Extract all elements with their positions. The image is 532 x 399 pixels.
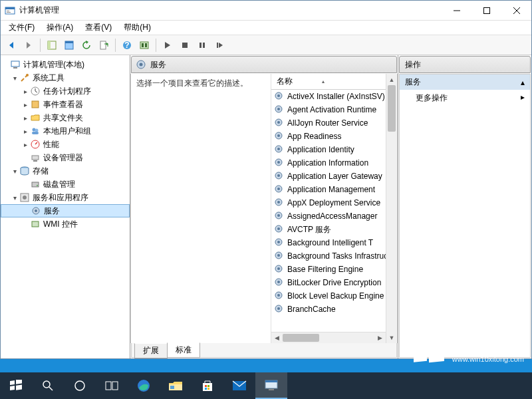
maximize-button[interactable] (471, 1, 501, 21)
service-row[interactable]: Application Information (271, 156, 386, 170)
list-body[interactable]: ActiveX Installer (AxInstSV)Agent Activa… (271, 90, 386, 332)
tree-label: WMI 控件 (43, 219, 78, 230)
svg-point-39 (35, 209, 37, 212)
service-row[interactable]: ActiveX Installer (AxInstSV) (271, 90, 386, 103)
window-buttons (442, 1, 531, 21)
tree-item-shared-folders[interactable]: ▸共享文件夹 (1, 111, 130, 124)
service-name: Application Layer Gateway (287, 172, 382, 181)
tools-icon (19, 72, 30, 83)
taskbar-edge[interactable] (128, 372, 160, 399)
start-button[interactable] (160, 37, 176, 53)
service-row[interactable]: Agent Activation Runtime (271, 103, 386, 116)
properties-button[interactable] (61, 37, 77, 53)
scroll-up-icon[interactable]: ▲ (386, 74, 397, 85)
service-row[interactable]: Base Filtering Engine (271, 263, 386, 276)
service-row[interactable]: Application Layer Gateway (271, 170, 386, 183)
tab-extended[interactable]: 扩展 (134, 343, 168, 358)
service-row[interactable]: BranchCache (271, 303, 386, 316)
minimize-button[interactable] (442, 1, 471, 21)
taskbar-mail[interactable] (223, 372, 255, 399)
tree-item-disk-management[interactable]: 磁盘管理 (1, 178, 130, 191)
menu-view[interactable]: 查看(V) (80, 21, 117, 35)
tree-item-performance[interactable]: ▸性能 (1, 138, 130, 151)
watermark: Win10之家 www.win10xitong.com (412, 332, 524, 366)
scroll-thumb[interactable] (283, 334, 319, 342)
scroll-left-icon[interactable]: ◀ (271, 334, 283, 341)
stop-button[interactable] (177, 37, 193, 53)
scroll-down-icon[interactable]: ▼ (386, 332, 397, 343)
refresh-button[interactable] (78, 37, 94, 53)
taskbar-mmc[interactable] (255, 372, 287, 399)
menu-file[interactable]: 文件(F) (3, 21, 40, 35)
chevron-right-icon[interactable]: ▸ (21, 101, 30, 108)
pause-button[interactable] (194, 37, 210, 53)
svg-rect-12 (100, 41, 106, 49)
chevron-down-icon[interactable]: ▾ (10, 168, 19, 175)
tree-item-device-manager[interactable]: 设备管理器 (1, 151, 130, 164)
restart-button[interactable] (211, 37, 227, 53)
svg-rect-15 (140, 42, 148, 49)
close-button[interactable] (501, 1, 531, 21)
horizontal-scrollbar[interactable]: ◀ ▶ (271, 332, 386, 343)
svg-line-86 (49, 387, 53, 390)
actions-header: 操作 (399, 56, 531, 73)
scroll-thumb[interactable] (388, 85, 396, 132)
tree-pane[interactable]: 计算机管理(本地) ▾ 系统工具 ▸任务计划程序 ▸事件查看器 ▸共享文件夹 ▸… (1, 55, 130, 358)
service-name: AVCTP 服务 (287, 224, 331, 235)
svg-point-72 (277, 281, 280, 283)
chevron-right-icon[interactable]: ▸ (21, 128, 30, 135)
service-row[interactable]: Application Identity (271, 143, 386, 156)
start-menu-button[interactable] (0, 372, 32, 399)
service-row[interactable]: BitLocker Drive Encryption (271, 276, 386, 289)
tree-item-task-scheduler[interactable]: ▸任务计划程序 (1, 84, 130, 98)
chevron-right-icon[interactable]: ▸ (21, 88, 30, 95)
vertical-scrollbar[interactable]: ▲ ▼ (386, 74, 397, 343)
watermark-brand: Win10之家 (452, 336, 501, 354)
service-row[interactable]: AllJoyn Router Service (271, 116, 386, 130)
show-hide-tree-button[interactable] (44, 37, 60, 53)
watermark-text: Win10之家 www.win10xitong.com (452, 336, 524, 363)
menu-help[interactable]: 帮助(H) (118, 21, 156, 35)
tree-group-services-apps[interactable]: ▾ 服务和应用程序 (1, 191, 130, 204)
taskbar-store[interactable] (192, 372, 223, 399)
gear-icon (274, 91, 285, 102)
mid-content: 选择一个项目来查看它的描述。 名称 ▴ ActiveX Installer (A… (130, 74, 398, 343)
service-row[interactable]: App Readiness (271, 130, 386, 143)
menu-action[interactable]: 操作(A) (41, 21, 78, 35)
actions-section[interactable]: 服务 ▴ (400, 74, 530, 90)
scroll-right-icon[interactable]: ▶ (374, 334, 386, 341)
service-name: Block Level Backup Engine (287, 291, 384, 301)
help-button[interactable]: ? (119, 37, 135, 53)
column-name[interactable]: 名称 ▴ (271, 76, 330, 87)
tree-group-storage[interactable]: ▾ 存储 (1, 164, 130, 178)
chevron-right-icon[interactable]: ▸ (21, 114, 30, 122)
tree-item-event-viewer[interactable]: ▸事件查看器 (1, 98, 130, 111)
tree-group-system-tools[interactable]: ▾ 系统工具 (1, 71, 130, 84)
action-more[interactable]: 更多操作 ▸ (400, 90, 530, 106)
back-button[interactable] (3, 37, 19, 53)
forward-button[interactable] (21, 37, 37, 53)
tree-item-local-users[interactable]: ▸本地用户和组 (1, 124, 130, 138)
service-row[interactable]: AssignedAccessManager (271, 209, 386, 223)
service-row[interactable]: Block Level Backup Engine (271, 289, 386, 303)
console-button[interactable] (136, 37, 152, 53)
tab-standard[interactable]: 标准 (167, 342, 200, 358)
search-button[interactable] (32, 372, 64, 399)
service-row[interactable]: Application Management (271, 183, 386, 196)
service-row[interactable]: AppX Deployment Service (271, 196, 386, 209)
taskbar-explorer[interactable] (160, 372, 192, 399)
service-row[interactable]: AVCTP 服务 (271, 223, 386, 236)
chevron-right-icon[interactable]: ▸ (21, 141, 30, 148)
cortana-button[interactable] (64, 372, 96, 399)
chevron-down-icon[interactable]: ▾ (10, 74, 19, 82)
service-name: AllJoyn Router Service (287, 118, 368, 128)
export-button[interactable] (96, 37, 112, 53)
tree-item-wmi[interactable]: WMI 控件 (1, 217, 130, 231)
chevron-down-icon[interactable]: ▾ (10, 194, 19, 201)
task-view-button[interactable] (96, 372, 128, 399)
tree-root[interactable]: 计算机管理(本地) (1, 58, 130, 71)
service-row[interactable]: Background Intelligent T (271, 236, 386, 249)
service-row[interactable]: Background Tasks Infrastructure (271, 249, 386, 263)
scroll-track[interactable] (283, 332, 374, 343)
tree-item-services[interactable]: 服务 (1, 204, 130, 217)
